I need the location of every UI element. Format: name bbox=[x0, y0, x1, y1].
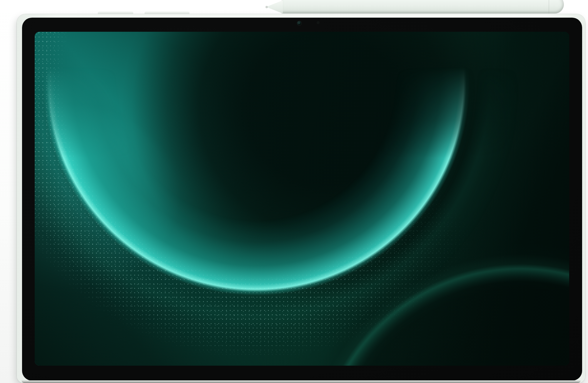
front-camera-icon bbox=[297, 21, 301, 25]
product-photo-backdrop bbox=[0, 0, 588, 383]
tablet-screen bbox=[35, 32, 569, 366]
display-bezel bbox=[22, 18, 582, 381]
light-sensor-icon bbox=[317, 21, 320, 24]
stylus-body bbox=[282, 0, 564, 14]
tablet-body bbox=[17, 14, 585, 383]
stylus-nib bbox=[265, 6, 268, 8]
stylus-tip bbox=[266, 0, 283, 14]
stylus-cap-seam bbox=[549, 0, 549, 14]
tablet-bottom-edge bbox=[21, 380, 581, 383]
wallpaper-secondary-circle bbox=[35, 32, 569, 366]
